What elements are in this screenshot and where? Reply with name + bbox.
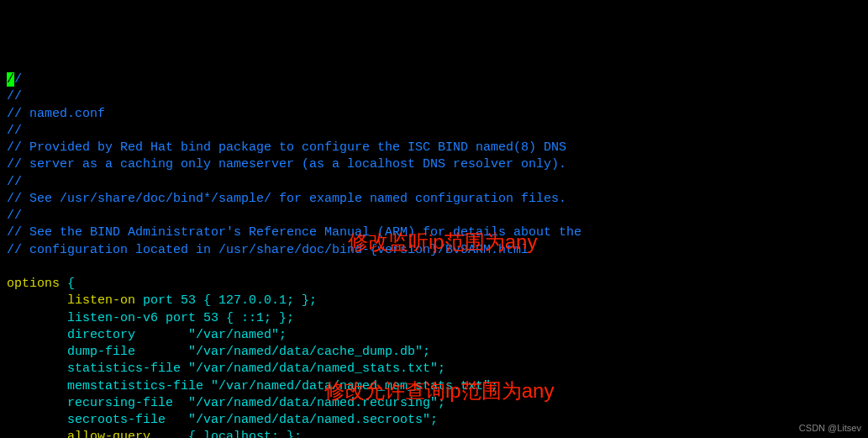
- annotation-allow-query: 修改允许查询ip范围为any: [324, 377, 554, 404]
- dump-file-directive: dump-file "/var/named/data/cache_dump.db…: [67, 345, 430, 359]
- allow-query-directive: allow-query: [67, 430, 150, 438]
- comment-line: //: [7, 208, 861, 224]
- comment-line: //: [7, 174, 861, 191]
- allow-query-value: { localhost; };: [150, 430, 302, 438]
- comment-line: //: [7, 88, 861, 105]
- comment-line: //: [7, 123, 861, 140]
- annotation-listen-ip: 修改监听ip范围为any: [348, 229, 537, 256]
- options-keyword: options: [7, 277, 60, 291]
- listen-on-value: port 53 { 127.0.0.1; };: [135, 293, 317, 308]
- cursor: /: [7, 72, 14, 87]
- comment-line: // named.conf: [7, 106, 861, 123]
- statistics-file-directive: statistics-file "/var/named/data/named_s…: [67, 361, 445, 376]
- listen-on-directive: listen-on: [67, 293, 135, 308]
- comment-line: /: [14, 72, 22, 87]
- comment-line: // server as a caching only nameserver (…: [7, 156, 861, 173]
- secroots-file-directive: secroots-file "/var/named/data/named.sec…: [67, 413, 438, 427]
- comment-line: // See /usr/share/doc/bind*/sample/ for …: [7, 191, 861, 208]
- directory-directive: directory "/var/named";: [67, 328, 287, 342]
- comment-line: // Provided by Red Hat bind package to c…: [7, 140, 861, 156]
- listen-on-v6-directive: listen-on-v6 port 53 { ::1; };: [67, 311, 294, 325]
- watermark: CSDN @Litsev: [799, 422, 861, 435]
- brace-open: {: [60, 277, 75, 291]
